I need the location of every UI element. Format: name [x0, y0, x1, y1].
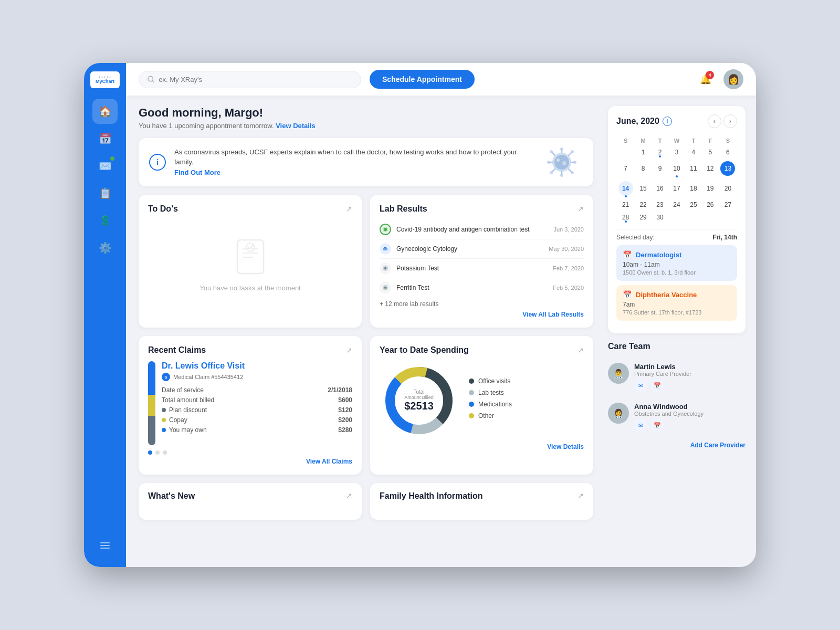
todo-title: To Do's	[148, 204, 178, 214]
cal-day[interactable]: 3	[668, 146, 685, 159]
cal-day[interactable]: 4	[685, 146, 702, 159]
ytd-expand-icon[interactable]: ↗	[578, 346, 584, 354]
claim-row-discount: Plan discount $120	[162, 406, 352, 414]
cal-day[interactable]	[702, 211, 719, 224]
cal-day[interactable]: 17	[668, 178, 685, 198]
search-bar[interactable]	[139, 71, 361, 88]
event-dermatologist[interactable]: 📅 Dermatologist 10am - 11am 1500 Owen st…	[616, 245, 737, 281]
legend-dot-other	[469, 413, 474, 418]
cal-day[interactable]: 30	[652, 211, 668, 224]
sidebar-item-messages[interactable]: ✉️	[92, 153, 118, 178]
search-input[interactable]	[159, 76, 352, 83]
sidebar: ✦✦✦✦✦ MyChart 🏠 📅 ✉️ 📋 💲 ⚙️	[84, 63, 126, 567]
cal-day[interactable]	[685, 211, 702, 224]
svg-rect-1	[100, 545, 110, 546]
lab-item: Potassium Test Feb 7, 2020	[380, 259, 584, 278]
cal-day[interactable]	[719, 211, 737, 224]
cal-day[interactable]: 18	[685, 178, 702, 198]
cal-day[interactable]: 8	[635, 159, 652, 178]
cal-day[interactable]: 26	[702, 198, 719, 211]
find-out-more-link[interactable]: Find Out More	[174, 169, 220, 176]
family-health-expand-icon[interactable]: ↗	[578, 491, 584, 500]
page-dot-1[interactable]	[148, 450, 152, 455]
ytd-legend: Office visits Lab tests Medications	[469, 377, 584, 424]
lab-results-expand-icon[interactable]: ↗	[578, 205, 584, 213]
cal-day[interactable]: 23	[652, 198, 668, 211]
add-provider-link[interactable]: Add Care Provider	[608, 442, 746, 449]
donut-center: Total Amount Billed $2513	[404, 389, 434, 412]
cal-day[interactable]: 21	[616, 198, 635, 211]
cal-day[interactable]: 1	[635, 146, 652, 159]
cal-day[interactable]: 25	[685, 198, 702, 211]
sidebar-item-settings[interactable]: ⚙️	[92, 235, 118, 260]
sidebar-item-billing[interactable]: 💲	[92, 208, 118, 233]
svg-line-17	[569, 169, 571, 172]
cal-day[interactable]: 10	[668, 159, 685, 178]
cal-day[interactable]	[616, 146, 635, 159]
page-dot-2[interactable]	[155, 450, 160, 455]
sidebar-item-home[interactable]: 🏠	[92, 99, 118, 124]
legend-item-lab: Lab tests	[469, 389, 584, 396]
cal-day[interactable]: 22	[635, 198, 652, 211]
schedule-lewis-btn[interactable]: 📅	[651, 379, 664, 392]
cal-day[interactable]: 12	[702, 159, 719, 178]
page-dot-3[interactable]	[163, 450, 167, 455]
cal-day[interactable]: 2	[652, 146, 668, 159]
cal-day[interactable]: 5	[702, 146, 719, 159]
calendar-prev-btn[interactable]: ‹	[708, 114, 721, 128]
cal-day[interactable]: 7	[616, 159, 635, 178]
view-all-claims-link[interactable]: View All Claims	[148, 458, 352, 465]
cal-day[interactable]: 15	[635, 178, 652, 198]
cal-day[interactable]: 6	[719, 146, 737, 159]
event-header-blue: 📅 Dermatologist	[623, 250, 731, 259]
notifications-button[interactable]: 🔔 4	[696, 70, 715, 89]
claim-pagination	[148, 450, 352, 455]
care-actions-windwood: ✉ 📅	[634, 419, 746, 432]
user-avatar[interactable]: 👩	[723, 69, 743, 89]
message-windwood-btn[interactable]: ✉	[634, 419, 647, 432]
dot-gray-icon	[162, 408, 166, 412]
svg-line-15	[552, 153, 555, 155]
care-info-lewis: Martin Lewis Primary Care Provider ✉ 📅	[634, 363, 746, 392]
claim-detail: Dr. Lewis Office Visit S Medical Claim #…	[148, 361, 352, 445]
bottom-cards-row: What's New ↗ Family Health Information ↗	[139, 483, 593, 520]
message-lewis-btn[interactable]: ✉	[634, 379, 647, 392]
event-vaccine[interactable]: 📅 Diphtheria Vaccine 7am 776 Sutter st, …	[616, 285, 737, 321]
svg-point-20	[571, 150, 574, 153]
whats-new-expand-icon[interactable]: ↗	[346, 491, 352, 500]
cal-day[interactable]: 28	[616, 211, 635, 224]
svg-rect-2	[100, 548, 110, 549]
todo-expand-icon[interactable]: ↗	[346, 205, 352, 213]
view-all-lab-results-link[interactable]: View All Lab Results	[380, 311, 584, 318]
cal-day[interactable]: 20	[719, 178, 737, 198]
cal-day[interactable]: 11	[685, 159, 702, 178]
lab-item: Covid-19 antibody and antigen combinatio…	[380, 220, 584, 239]
lab-name-1: Covid-19 antibody and antigen combinatio…	[396, 226, 549, 233]
schedule-appointment-button[interactable]: Schedule Appointment	[370, 70, 475, 89]
cal-day[interactable]	[668, 211, 685, 224]
cal-day[interactable]: 24	[668, 198, 685, 211]
family-health-title: Family Health Information	[380, 491, 482, 501]
calendar-next-btn[interactable]: ›	[723, 114, 737, 128]
claims-expand-icon[interactable]: ↗	[346, 346, 352, 354]
schedule-windwood-btn[interactable]: 📅	[651, 419, 664, 432]
cal-day[interactable]: 19	[702, 178, 719, 198]
cal-day[interactable]: 14	[616, 178, 635, 198]
sidebar-item-records[interactable]: 📋	[92, 181, 118, 206]
sidebar-collapse-btn[interactable]	[100, 542, 110, 550]
cal-day[interactable]: 27	[719, 198, 737, 211]
svg-point-12	[547, 161, 550, 164]
sidebar-item-calendar[interactable]: 📅	[92, 126, 118, 151]
cal-header-w: W	[668, 135, 685, 146]
cal-day[interactable]: 29	[635, 211, 652, 224]
cal-day[interactable]: 13	[719, 159, 737, 178]
cal-day[interactable]: 9	[652, 159, 668, 178]
calendar-info-icon[interactable]: i	[663, 117, 672, 126]
view-details-link[interactable]: View Details	[276, 122, 316, 130]
event-time-dermatologist: 10am - 11am	[623, 261, 731, 268]
ytd-view-details-link[interactable]: View Details	[380, 443, 584, 450]
calendar-card: June, 2020 i ‹ › S M	[608, 106, 746, 333]
cal-day[interactable]: 16	[652, 178, 668, 198]
event-title-vaccine: Diphtheria Vaccine	[636, 291, 697, 299]
svg-line-21	[552, 169, 555, 172]
